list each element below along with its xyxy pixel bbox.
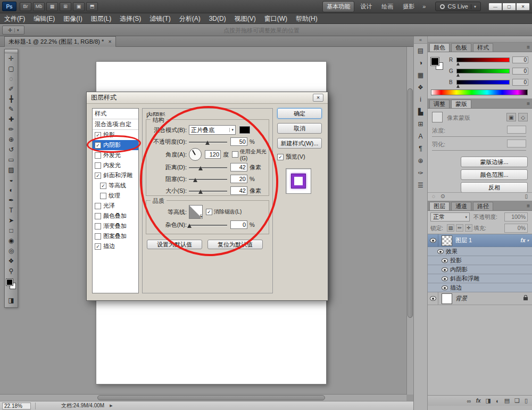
zoom-tool[interactable]: ⚲ [5,266,18,276]
workspace-photography[interactable]: 摄影 [399,2,418,12]
green-value-input[interactable]: 0 [512,68,528,75]
visibility-toggle[interactable] [439,256,450,265]
add-pixel-mask-icon[interactable]: ▣ [506,113,516,121]
layer-effect-inner-shadow[interactable]: 内阴影 [428,265,532,274]
style-item-satin[interactable]: 光泽 [93,201,138,211]
pen-tool[interactable]: ✒ [5,195,18,205]
blur-tool[interactable]: ◒ [5,175,18,185]
lock-pixels-icon[interactable]: ✏ [456,224,463,232]
menu-item-image[interactable]: 图像(I) [59,13,86,24]
style-item-contour[interactable]: ✓ 等高线 [93,181,138,191]
foreground-color-swatch[interactable] [6,279,13,285]
mask-apply-icon[interactable]: ⊙ [440,193,445,199]
tab-channels[interactable]: 通道 [451,202,471,210]
menu-item-3d[interactable]: 3D(D) [205,13,230,24]
mask-delete-icon[interactable]: ▯ [525,193,528,199]
visibility-toggle[interactable] [428,234,438,247]
style-item-texture[interactable]: 纹理 [93,191,138,201]
dodge-tool[interactable]: ◐ [5,185,18,195]
mini-bridge-panel-icon[interactable]: ▤ [415,45,427,56]
eraser-tool[interactable]: ▭ [5,154,18,165]
layer-name[interactable]: 图层 1 [455,236,472,244]
rectangle-tool[interactable]: □ [5,225,18,235]
workspace-painting[interactable]: 绘画 [378,2,397,12]
close-button[interactable]: ✕ [516,3,530,11]
link-layers-icon[interactable]: ∞ [467,398,471,404]
color-spectrum-bar[interactable] [431,89,528,95]
add-vector-mask-icon[interactable]: ◇ [518,113,528,121]
styles-panel-icon[interactable]: ❖ [415,81,427,93]
green-slider-thumb[interactable] [456,73,460,77]
density-slider[interactable] [432,136,526,137]
paragraph-panel-icon[interactable]: ¶ [415,143,427,154]
navigator-panel-icon[interactable]: ⊞ [415,118,427,129]
menu-item-analysis[interactable]: 分析(A) [175,13,205,24]
type-tool[interactable]: T [5,205,18,215]
blend-mode-select[interactable]: 正常 ▾ [430,212,470,222]
menu-item-help[interactable]: 帮助(H) [292,13,322,24]
panel-menu-icon[interactable]: ≡ [527,101,530,106]
styles-list-item-styles[interactable]: 样式 [93,109,138,119]
checkbox[interactable] [95,162,101,169]
new-group-icon[interactable]: ▤ [504,397,510,404]
checkbox[interactable] [100,193,106,199]
checkbox[interactable] [95,203,101,209]
horizontal-scrollbar-thumb[interactable] [97,395,325,400]
status-menu-arrow-icon[interactable]: ▶ [110,404,112,408]
blue-slider[interactable] [456,80,510,85]
tab-adjustments[interactable]: 调整 [429,100,450,108]
cs-live-button[interactable]: CS Live ▾ [435,2,481,11]
quick-selection-tool[interactable]: ✐ [5,84,18,94]
add-layer-mask-icon[interactable]: ◨ [486,397,491,404]
clone-source-panel-icon[interactable]: ⊕ [415,155,427,166]
workspace-design[interactable]: 设计 [356,2,376,12]
expand-panels-icon[interactable]: « [414,36,427,44]
arrange-documents-icon[interactable]: ▣ [73,2,85,11]
tab-masks[interactable]: 蒙版 [451,100,471,108]
layer-effect-drop-shadow[interactable]: 投影 [428,256,532,265]
checkbox[interactable]: ✓ [100,183,106,189]
vertical-scrollbar[interactable] [406,47,413,395]
tab-styles[interactable]: 样式 [473,43,493,52]
close-tab-icon[interactable]: ✕ [108,39,112,44]
tab-color[interactable]: 颜色 [429,43,450,52]
style-item-color-overlay[interactable]: 颜色叠加 [93,211,138,221]
vertical-scrollbar-thumb[interactable] [408,88,413,318]
quick-mask-icon[interactable]: ◨ [5,295,18,305]
tool-preset-picker[interactable]: ✛ ▾ [2,26,24,35]
tab-swatches[interactable]: 色板 [451,43,471,52]
red-slider-thumb[interactable] [456,62,460,65]
layer-row-background[interactable]: 背景 [428,292,532,305]
dialog-titlebar[interactable]: 图层样式 ✕ [87,92,328,104]
menu-item-select[interactable]: 选择(S) [115,13,145,24]
checkbox[interactable] [95,233,101,240]
layer-effect-stroke[interactable]: 描边 [428,283,532,292]
style-item-gradient-overlay[interactable]: 渐变叠加 [93,221,138,231]
color-swatches-widget[interactable] [431,58,445,71]
menu-item-view[interactable]: 视图(V) [230,13,260,24]
gradient-tool[interactable]: ▨ [5,165,18,175]
layer-comps-panel-icon[interactable]: ☰ [415,179,427,191]
menu-item-window[interactable]: 窗口(W) [260,13,292,24]
path-selection-tool[interactable]: ➤ [5,215,18,225]
info-panel-icon[interactable]: i [415,94,427,105]
opacity-input[interactable]: 100% [504,212,528,222]
crop-tool[interactable]: ╋ [5,94,18,104]
workspace-overflow-icon[interactable]: » [420,3,428,10]
layer-thumbnail[interactable] [442,293,452,304]
red-slider[interactable] [456,58,510,62]
blue-slider-thumb[interactable] [456,85,460,88]
color-range-button[interactable]: 颜色范围... [461,169,528,180]
tab-paths[interactable]: 路径 [473,202,493,210]
ok-button[interactable]: 确定 [277,108,322,119]
layer-name[interactable]: 背景 [455,294,467,302]
3d-rotate-tool[interactable]: ◉ [5,235,18,245]
brush-tool[interactable]: ✏ [5,124,18,134]
panel-drag-bar[interactable] [428,36,532,43]
foreground-color-swatch[interactable] [431,58,439,65]
minimize-button[interactable]: — [488,3,502,11]
history-brush-tool[interactable]: ↺ [5,144,18,154]
visibility-toggle[interactable] [439,283,450,292]
checkbox[interactable] [95,152,101,159]
feather-slider[interactable] [432,150,526,151]
